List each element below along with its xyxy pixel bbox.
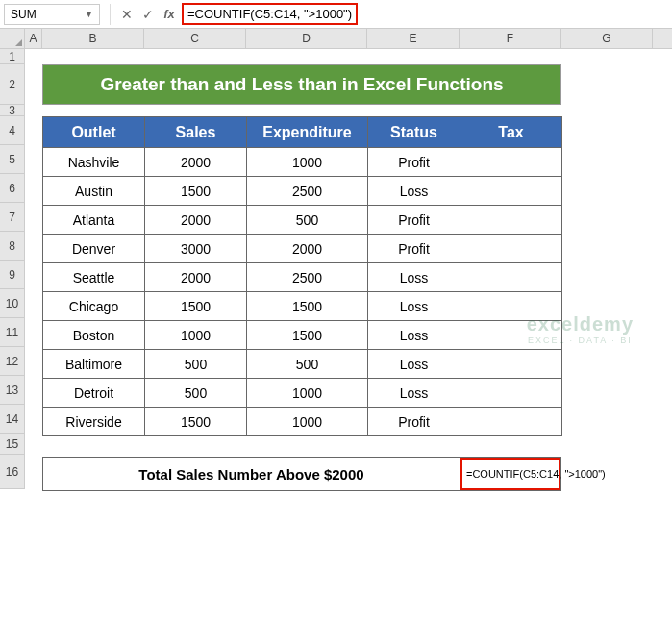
row-header[interactable]: 9 [0,261,25,289]
col-header-g[interactable]: G [561,29,653,48]
row-header[interactable]: 4 [0,116,25,145]
watermark-tagline: EXCEL · DATA · BI [527,335,634,345]
header-sales[interactable]: Sales [145,117,247,148]
cell[interactable]: 1000 [247,408,368,436]
row-header[interactable]: 3 [0,105,25,116]
total-label[interactable]: Total Sales Number Above $2000 [43,458,460,490]
col-header-c[interactable]: C [144,29,246,48]
col-header-a[interactable]: A [25,29,42,48]
sheet-title[interactable]: Greater than and Less than in Excel Func… [42,64,561,105]
cell[interactable]: 1000 [247,148,368,177]
cell[interactable]: Loss [368,379,460,408]
cell[interactable]: 2000 [145,263,247,292]
cell[interactable]: 1000 [145,321,247,350]
formula-input[interactable]: =COUNTIF(C5:C14, ">1000") [180,4,672,25]
col-header-f[interactable]: F [460,29,561,48]
cell[interactable]: Denver [43,235,145,263]
formula-cell-text: =COUNTIF(C5:C14, ">1000") [466,468,606,480]
cell[interactable]: 3000 [145,235,247,263]
column-headers: A B C D E F G [0,29,672,49]
cell[interactable]: Profit [368,148,460,177]
col-header-e[interactable]: E [367,29,460,48]
select-all-corner[interactable] [0,29,25,48]
cell[interactable]: 500 [247,350,368,379]
cancel-icon[interactable]: ✕ [116,7,137,22]
cell[interactable]: 1500 [247,292,368,321]
cell[interactable]: Atlanta [43,206,145,235]
row-header[interactable]: 6 [0,174,25,203]
separator [110,4,111,25]
col-header-d[interactable]: D [246,29,367,48]
cell[interactable]: Boston [43,321,145,350]
cell[interactable] [460,379,562,408]
header-status[interactable]: Status [368,117,460,148]
cell[interactable]: 2500 [247,263,368,292]
header-expenditure[interactable]: Expenditure [247,117,368,148]
cell[interactable]: Loss [368,321,460,350]
cell[interactable]: 1500 [145,292,247,321]
row-header[interactable]: 7 [0,203,25,232]
row-header[interactable]: 8 [0,232,25,261]
cell[interactable]: Austin [43,177,145,206]
cell[interactable]: 1500 [247,321,368,350]
cell[interactable]: 2000 [145,206,247,235]
row-header[interactable]: 13 [0,376,25,405]
cell[interactable]: Profit [368,408,460,436]
cell[interactable]: Profit [368,235,460,263]
row-header[interactable]: 12 [0,347,25,376]
fx-icon[interactable]: fx [159,7,180,21]
cell[interactable]: Seattle [43,263,145,292]
cell[interactable]: Riverside [43,408,145,436]
cell[interactable]: 1500 [145,408,247,436]
chevron-down-icon[interactable]: ▼ [85,10,93,19]
data-table: Outlet Sales Expenditure Status Tax Nash… [42,116,562,436]
row-header[interactable]: 1 [0,49,25,64]
cell[interactable] [460,350,562,379]
cell[interactable] [460,206,562,235]
cell[interactable]: 2500 [247,177,368,206]
name-box[interactable]: SUM ▼ [4,4,100,25]
cell[interactable]: Profit [368,206,460,235]
header-tax[interactable]: Tax [460,117,562,148]
formula-text: =COUNTIF(C5:C14, ">1000") [182,3,358,25]
cell[interactable]: Detroit [43,379,145,408]
row-header[interactable]: 5 [0,145,25,174]
cell[interactable]: Loss [368,292,460,321]
table-row: Boston10001500Loss [43,321,562,350]
cell[interactable]: 1000 [247,379,368,408]
cell[interactable]: Loss [368,350,460,379]
cell[interactable]: Loss [368,263,460,292]
watermark-logo: exceldemy [527,313,634,335]
table-row: Austin15002500Loss [43,177,562,206]
table-row: Chicago15001500Loss [43,292,562,321]
row-header[interactable]: 16 [0,455,25,489]
cell[interactable]: Loss [368,177,460,206]
header-outlet[interactable]: Outlet [43,117,145,148]
row-header[interactable]: 2 [0,64,25,105]
cell[interactable] [460,235,562,263]
cell[interactable]: 500 [145,350,247,379]
row-header[interactable]: 14 [0,405,25,434]
cell[interactable]: 2000 [247,235,368,263]
cell[interactable] [460,177,562,206]
table-row: Atlanta2000500Profit [43,206,562,235]
table-row: Detroit5001000Loss [43,379,562,408]
row-header[interactable]: 10 [0,289,25,318]
confirm-icon[interactable]: ✓ [137,7,159,22]
cell[interactable]: 500 [145,379,247,408]
cell[interactable]: Baltimore [43,350,145,379]
row-header[interactable]: 11 [0,318,25,347]
col-header-b[interactable]: B [42,29,144,48]
active-cell-f16[interactable]: =COUNTIF(C5:C14, ">1000") [460,458,560,490]
cell-area[interactable]: Greater than and Less than in Excel Func… [25,49,672,489]
cell[interactable]: 2000 [145,148,247,177]
cell[interactable]: 500 [247,206,368,235]
name-box-text: SUM [11,8,85,21]
cell[interactable] [460,148,562,177]
cell[interactable]: Nashvile [43,148,145,177]
cell[interactable] [460,263,562,292]
cell[interactable] [460,408,562,436]
cell[interactable]: 1500 [145,177,247,206]
row-header[interactable]: 15 [0,434,25,455]
cell[interactable]: Chicago [43,292,145,321]
